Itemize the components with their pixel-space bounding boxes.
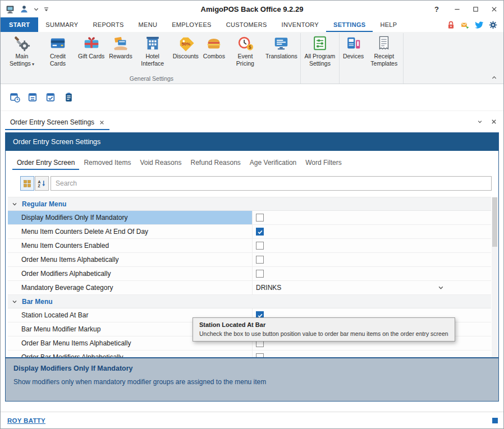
property-value-cell[interactable] xyxy=(252,211,491,224)
categorized-view-button[interactable] xyxy=(20,176,34,191)
property-row-order-menu-items-alphabetically[interactable]: Order Menu Items Alphabetically xyxy=(8,253,491,267)
property-value-cell[interactable] xyxy=(252,225,491,238)
property-value-cell[interactable] xyxy=(252,267,491,280)
menu-tab-settings[interactable]: SETTINGS xyxy=(326,17,373,32)
menu-tab-start[interactable]: START xyxy=(1,17,38,32)
ribbon-button-devices[interactable]: Devices xyxy=(341,33,366,61)
property-row-mandatory-beverage-category[interactable]: Mandatory Beverage CategoryDRINKS xyxy=(8,281,491,295)
property-value-cell[interactable] xyxy=(252,239,491,252)
checkbox-display-modifiers-only-if-mandatory[interactable] xyxy=(256,214,264,222)
checkbox-order-modifiers-alphabetically[interactable] xyxy=(256,270,264,278)
dropdown-arrow-icon[interactable] xyxy=(438,285,444,291)
ribbon-group: DevicesReceipt Templates xyxy=(340,33,404,84)
ribbon-button-rewards[interactable]: Rewards xyxy=(107,33,134,61)
quick-button-calendar-page[interactable] xyxy=(28,92,38,103)
ribbon-button-main-settings[interactable]: Main Settings ▾ xyxy=(4,33,40,68)
property-row-order-modifiers-alphabetically[interactable]: Order Modifiers Alphabetically xyxy=(8,267,491,281)
menu-tab-reports[interactable]: REPORTS xyxy=(86,17,131,32)
ribbon-button-gift-cards[interactable]: Gift Cards xyxy=(76,33,107,61)
help-button[interactable]: ? xyxy=(429,1,445,17)
property-label-cell[interactable]: Menu Item Counters Delete At End Of Day xyxy=(8,225,252,238)
quick-button-clipboard[interactable] xyxy=(63,92,74,103)
lock-button[interactable] xyxy=(446,20,456,30)
dropdown-value[interactable]: DRINKS xyxy=(256,284,281,292)
rewards-icon xyxy=(112,35,129,52)
sort-alphabetical-button[interactable]: AZ xyxy=(35,176,49,191)
scrollbar-thumb[interactable] xyxy=(492,197,497,247)
ribbon-button-event-pricing[interactable]: $Event Pricing xyxy=(227,33,263,68)
quick-button-calendar-clock[interactable] xyxy=(10,92,20,103)
ribbon-button-discounts[interactable]: 50%Discounts xyxy=(171,33,201,61)
tab-age-verification[interactable]: Age Verification xyxy=(245,156,301,170)
tab-order-entry-screen[interactable]: Order Entry Screen xyxy=(12,156,79,170)
doc-tab-order-entry-screen-settings[interactable]: Order Entry Screen Settings xyxy=(5,115,109,130)
gear-button[interactable] xyxy=(488,20,498,30)
property-row-order-bar-modifiers-alphabetically[interactable]: Order Bar Modifiers Alphabetically xyxy=(8,350,491,357)
ribbon-button-receipt-templates[interactable]: Receipt Templates xyxy=(366,33,402,68)
category-row-regular-menu[interactable]: Regular Menu xyxy=(8,197,491,211)
mail-button[interactable] xyxy=(460,20,470,30)
property-label-cell[interactable]: Mandatory Beverage Category xyxy=(8,281,252,294)
ribbon-button-translations[interactable]: Translations xyxy=(263,33,299,61)
menu-tab-help[interactable]: HELP xyxy=(373,17,404,32)
tab-void-reasons[interactable]: Void Reasons xyxy=(135,156,186,170)
property-row-menu-item-counters-enabled[interactable]: Menu Item Counters Enabled xyxy=(8,239,491,253)
qat-button-app[interactable] xyxy=(5,4,15,14)
menu-tab-summary[interactable]: SUMMARY xyxy=(38,17,85,32)
property-label: Order Modifiers Alphabetically xyxy=(21,270,111,278)
checkbox-menu-item-counters-delete-at-end-of-day[interactable] xyxy=(256,228,264,236)
property-row-display-modifiers-only-if-mandatory[interactable]: Display Modifiers Only If Mandatory xyxy=(8,211,491,225)
ribbon-button-combos[interactable]: Combos xyxy=(201,33,227,61)
qat-button-user[interactable] xyxy=(19,4,29,14)
property-label-cell[interactable]: Order Bar Modifiers Alphabetically xyxy=(8,350,252,357)
property-label-cell[interactable]: Order Menu Items Alphabetically xyxy=(8,253,252,266)
menu-tab-inventory[interactable]: INVENTORY xyxy=(274,17,326,32)
twitter-button[interactable] xyxy=(474,20,484,30)
document-tab-bar: Order Entry Screen Settings xyxy=(1,111,503,130)
ribbon-button-credit-cards[interactable]: Credit Cards xyxy=(40,33,76,68)
doc-tab-close-icon[interactable] xyxy=(99,120,104,125)
checkbox-menu-item-counters-enabled[interactable] xyxy=(256,242,264,250)
category-row-bar-menu[interactable]: Bar Menu xyxy=(8,295,491,308)
minimize-button[interactable] xyxy=(448,1,466,17)
ribbon-button-label: Receipt Templates xyxy=(368,53,400,67)
menu-tab-menu[interactable]: MENU xyxy=(131,17,165,32)
property-value-cell[interactable]: DRINKS xyxy=(252,281,491,294)
ribbon-button-all-program-settings[interactable]: All Program Settings xyxy=(302,33,338,68)
qat-button-chevron-down[interactable] xyxy=(33,6,39,12)
property-label-cell[interactable]: Order Modifiers Alphabetically xyxy=(8,267,252,280)
svg-text:$: $ xyxy=(249,44,251,50)
menu-tab-employees[interactable]: EMPLOYEES xyxy=(164,17,219,32)
ribbon-group-general-settings: Main Settings ▾Credit CardsGift CardsRew… xyxy=(3,33,301,84)
property-label: Bar Menu Modifier Markup xyxy=(21,325,100,333)
tab-removed-items[interactable]: Removed Items xyxy=(79,156,135,170)
tab-word-filters[interactable]: Word Filters xyxy=(301,156,346,170)
quick-button-calendar-check[interactable] xyxy=(45,92,56,103)
doc-tabs-close-icon[interactable] xyxy=(491,119,497,124)
ribbon-group-label xyxy=(341,75,402,84)
logged-in-user-link[interactable]: ROY BATTY xyxy=(7,417,45,424)
property-label-cell[interactable]: Menu Item Counters Enabled xyxy=(8,239,252,252)
property-value-cell[interactable] xyxy=(252,253,491,266)
close-button[interactable] xyxy=(485,1,503,17)
maximize-button[interactable] xyxy=(466,1,485,17)
ribbon-button-hotel-interface[interactable]: Hotel Interface xyxy=(135,33,171,68)
checkbox-order-bar-modifiers-alphabetically[interactable] xyxy=(256,353,264,357)
event-pricing-icon: $ xyxy=(237,35,254,52)
ribbon-button-label: Gift Cards xyxy=(78,53,104,60)
search-input[interactable] xyxy=(51,176,492,191)
chevron-down-icon xyxy=(33,6,39,12)
qat-button-qat-customize[interactable] xyxy=(43,6,49,12)
ribbon-group: All Program Settings xyxy=(301,33,340,84)
ribbon-collapse-button[interactable] xyxy=(489,73,498,81)
gift-card-icon xyxy=(83,35,100,52)
property-label-cell[interactable]: Display Modifiers Only If Mandatory xyxy=(8,211,252,224)
checkbox-order-menu-items-alphabetically[interactable] xyxy=(256,256,264,264)
property-row-menu-item-counters-delete-at-end-of-day[interactable]: Menu Item Counters Delete At End Of Day xyxy=(8,225,491,239)
menu-tab-customers[interactable]: CUSTOMERS xyxy=(219,17,274,32)
tab-refund-reasons[interactable]: Refund Reasons xyxy=(186,156,245,170)
vertical-scrollbar[interactable] xyxy=(492,197,498,357)
property-value-cell[interactable] xyxy=(252,350,491,357)
ribbon-group-label: General Settings xyxy=(4,75,299,84)
doc-tabs-dropdown-icon[interactable] xyxy=(477,119,483,124)
